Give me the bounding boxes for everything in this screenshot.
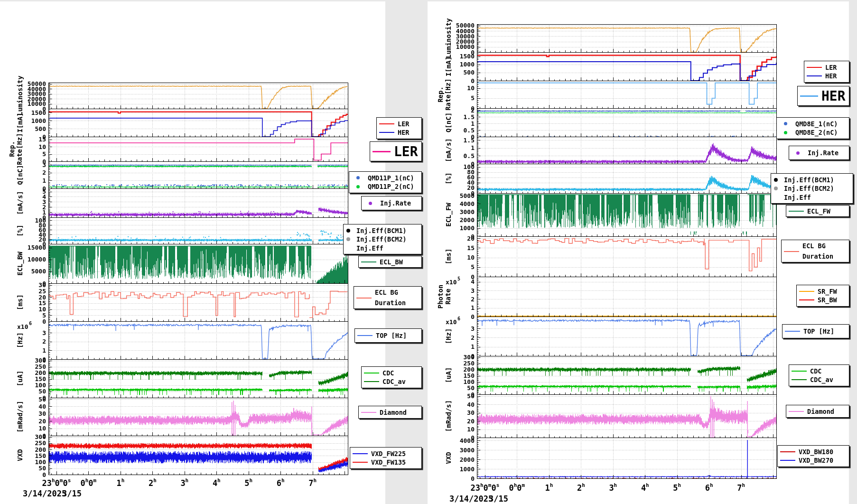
ecl-bg-line-icon bbox=[356, 298, 372, 299]
rep-rate-line-icon bbox=[800, 95, 818, 97]
legend-label: Inj.Eff bbox=[356, 244, 383, 252]
legend-label: ECL_BW bbox=[380, 258, 403, 266]
legend-label: VXD_BW180 bbox=[799, 448, 833, 456]
legend-label: CDC bbox=[810, 367, 821, 375]
bcm2-dot-icon bbox=[346, 237, 350, 241]
legend-label: LER bbox=[394, 144, 418, 159]
legend-label: ECL BG bbox=[802, 241, 833, 252]
legend-top-left: TOP [Hz] bbox=[354, 328, 422, 343]
her-line-icon bbox=[807, 75, 822, 76]
legend-ecl-bg-duration-left: ECL BGDuration bbox=[354, 286, 422, 309]
legend-label: SR_FW bbox=[818, 288, 837, 295]
legend-label: CDC_av bbox=[382, 378, 406, 385]
qmd1-dot-icon bbox=[356, 176, 360, 179]
legend-label: VXD_FW225 bbox=[371, 450, 406, 457]
legend-label: VXD_BW270 bbox=[799, 457, 833, 464]
legend-label: ECL_FW bbox=[807, 207, 830, 215]
legend-label: Duration bbox=[375, 298, 406, 308]
legend-label: VXD_FW135 bbox=[371, 458, 406, 466]
ecl-bg-line-icon bbox=[784, 251, 799, 252]
legend-vxd-right: VXD_BW180 VXD_BW270 bbox=[777, 445, 849, 467]
her-line-icon bbox=[379, 132, 394, 133]
legend-ecl-fw: ECL_FW bbox=[786, 205, 849, 217]
legend-inj-rate-right: Inj.Rate bbox=[789, 146, 849, 160]
qmd2-dot-icon bbox=[784, 131, 787, 134]
legend-label: ECL BG bbox=[375, 288, 406, 298]
qmd1-dot-icon bbox=[784, 122, 787, 125]
legend-label: QMD11P_1(nC) bbox=[368, 174, 414, 182]
sr-fw-line-icon bbox=[799, 291, 814, 292]
legend-label: Inj.Rate bbox=[808, 149, 838, 157]
legend-label: CDC bbox=[382, 369, 394, 377]
bcm2-dot-icon bbox=[774, 187, 778, 190]
legend-inj-rate-left: Inj.Rate bbox=[361, 196, 422, 210]
ecl-bw-line-icon bbox=[361, 261, 376, 262]
legend-label: CDC_av bbox=[810, 376, 833, 383]
beam-background-monitor: { "dates": ["3/14/2025", "3/15"], "color… bbox=[0, 0, 857, 504]
legend-qmd-left: QMD11P_1(nC) QMD11P_2(nC) bbox=[349, 171, 422, 193]
cdc-line-icon bbox=[792, 371, 807, 372]
legend-beam-currents-left: LER HER bbox=[376, 117, 422, 139]
legend-label: QMD8E_1(nC) bbox=[795, 120, 838, 128]
legend-ecl-bg-duration-right: ECL BGDuration bbox=[781, 240, 849, 262]
top-line-icon bbox=[357, 335, 373, 336]
legend-inj-eff-right: Inj.Eff(BCM1) Inj.Eff(BCM2) Inj.Eff bbox=[771, 173, 853, 204]
cdc-av-line-icon bbox=[792, 379, 807, 380]
diamond-line-icon bbox=[789, 411, 804, 412]
legend-label: Duration bbox=[802, 252, 833, 262]
qmd2-dot-icon bbox=[356, 185, 360, 188]
cdc-av-line-icon bbox=[364, 381, 379, 382]
cdc-line-icon bbox=[364, 373, 379, 373]
vxd-bw270-line-icon bbox=[780, 460, 795, 461]
plots-canvas bbox=[0, 0, 857, 504]
legend-label: Diamond bbox=[807, 408, 834, 415]
legend-diamond-left: Diamond bbox=[358, 406, 422, 419]
legend-rep-rate-right: HER bbox=[797, 86, 849, 106]
bcm1-dot-icon bbox=[774, 178, 778, 182]
legend-ecl-bw: ECL_BW bbox=[358, 256, 422, 268]
legend-label: Inj.Rate bbox=[380, 199, 411, 207]
legend-top-right: TOP [Hz] bbox=[782, 324, 849, 338]
legend-label: Inj.Eff(BCM1) bbox=[784, 176, 834, 184]
legend-rep-rate-left: LER bbox=[370, 141, 422, 161]
legend-label: QMD11P_2(nC) bbox=[368, 183, 414, 190]
legend-label: HER bbox=[821, 88, 846, 104]
legend-cdc-left: CDC CDC_av bbox=[361, 366, 422, 388]
vxd-fw225-line-icon bbox=[353, 453, 368, 454]
bcm1-dot-icon bbox=[346, 229, 350, 233]
legend-label: Diamond bbox=[380, 409, 407, 416]
legend-label: LER bbox=[398, 120, 409, 128]
ecl-fw-line-icon bbox=[789, 211, 804, 212]
legend-sr: SR_FW SR_BW bbox=[796, 285, 849, 307]
diamond-line-icon bbox=[361, 412, 376, 413]
legend-label: TOP [Hz] bbox=[376, 332, 407, 339]
legend-label: QMD8E_2(nC) bbox=[795, 129, 838, 136]
top-line-icon bbox=[785, 331, 800, 332]
vxd-bw180-line-icon bbox=[780, 451, 795, 452]
legend-inj-eff-left: Inj.Eff(BCM1) Inj.Eff(BCM2) Inj.Eff bbox=[343, 224, 422, 254]
ler-line-icon bbox=[379, 123, 394, 124]
legend-label: Inj.Eff(BCM2) bbox=[356, 235, 407, 243]
legend-label: HER bbox=[398, 129, 409, 136]
rep-rate-line-icon bbox=[373, 151, 391, 152]
legend-beam-currents-right: LER HER bbox=[804, 61, 849, 83]
vxd-fw135-line-icon bbox=[353, 462, 368, 463]
legend-label: Inj.Eff(BCM1) bbox=[356, 227, 407, 234]
sr-bw-line-icon bbox=[799, 299, 814, 300]
legend-qmd-right: QMD8E_1(nC) QMD8E_2(nC) bbox=[776, 117, 849, 139]
inj-rate-dot-icon bbox=[796, 151, 800, 155]
legend-diamond-right: Diamond bbox=[786, 405, 849, 418]
legend-label: Inj.Eff bbox=[784, 194, 811, 201]
legend-label: TOP [Hz] bbox=[803, 327, 834, 335]
inj-rate-dot-icon bbox=[369, 202, 372, 205]
ler-line-icon bbox=[807, 67, 822, 68]
legend-vxd-left: VXD_FW225 VXD_FW135 bbox=[350, 447, 422, 469]
legend-label: SR_BW bbox=[818, 296, 837, 304]
legend-label: HER bbox=[825, 72, 837, 80]
legend-label: Inj.Eff(BCM2) bbox=[784, 185, 834, 192]
legend-cdc-right: CDC CDC_av bbox=[789, 364, 849, 386]
legend-label: LER bbox=[825, 64, 837, 71]
